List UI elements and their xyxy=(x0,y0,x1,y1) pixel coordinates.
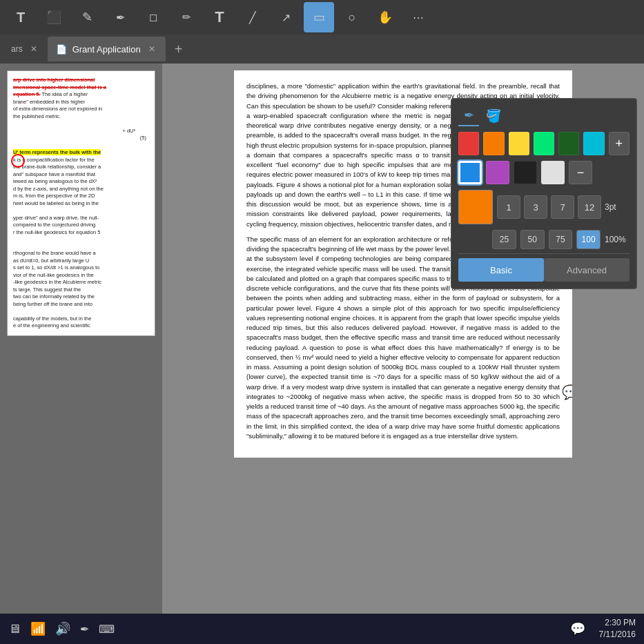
image-tool-btn[interactable]: ⬛ xyxy=(39,2,69,32)
tab-current-close[interactable]: ✕ xyxy=(146,43,157,55)
tab-bar: ars ✕ 📄 Grant Application ✕ + xyxy=(0,35,644,64)
edit-tool-btn[interactable]: ✎ xyxy=(72,2,102,32)
cp-opacity-75[interactable]: 75 xyxy=(549,230,573,249)
color-swatch-green[interactable] xyxy=(534,132,554,155)
cp-opacity-row: 25 50 75 100 100% xyxy=(458,230,630,249)
tab-current-label: Grant Application xyxy=(72,44,141,55)
color-swatch-cyan[interactable] xyxy=(583,132,604,155)
tab-doc-icon: 📄 xyxy=(56,44,67,55)
color-swatch-darkgreen[interactable] xyxy=(558,132,579,155)
edit-tool-icon: ✎ xyxy=(82,10,92,25)
line-tool-btn[interactable]: ╱ xyxy=(237,2,268,32)
page-circle-annotation xyxy=(11,154,25,168)
color-swatch-white[interactable] xyxy=(541,161,565,184)
page-thumb-left: arp drive into higher dimensional imensi… xyxy=(7,70,155,336)
circle-tool-btn[interactable]: ○ xyxy=(337,2,367,32)
more-tool-icon: ⋯ xyxy=(413,11,424,24)
cp-minus-btn[interactable]: − xyxy=(569,161,592,184)
sound-icon[interactable]: 🔊 xyxy=(55,621,70,636)
wifi-icon[interactable]: 📶 xyxy=(30,621,46,636)
cp-opacity-50[interactable]: 50 xyxy=(520,230,545,249)
page-thumb-content-2: rthogonal to the brane would have a as d… xyxy=(13,250,149,330)
rect-tool-icon: ▭ xyxy=(313,10,325,25)
circle-tool-icon: ○ xyxy=(349,10,356,25)
pen-tool-btn[interactable]: ✒ xyxy=(105,2,135,32)
cp-fill-icon[interactable]: 🪣 xyxy=(483,106,504,126)
pen-tool-icon: ✒ xyxy=(116,11,125,24)
tab-other[interactable]: ars ✕ xyxy=(3,37,48,61)
tab-add-btn[interactable]: + xyxy=(168,39,189,59)
text-tool-icon: T xyxy=(17,10,25,26)
eraser-tool-btn[interactable]: ◻ xyxy=(138,2,168,32)
monitor-icon[interactable]: 🖥 xyxy=(8,622,21,636)
taskbar-time: 2:30 PM xyxy=(605,617,636,629)
cp-pen-icon[interactable]: ✒ xyxy=(458,106,479,126)
big-text-tool-icon: T xyxy=(215,8,224,26)
cp-size-12[interactable]: 12 xyxy=(578,195,601,219)
pen-taskbar-icon[interactable]: ✒ xyxy=(80,623,89,636)
color-swatch-purple[interactable] xyxy=(486,161,509,184)
color-swatch-blue[interactable] xyxy=(458,161,482,184)
keyboard-icon[interactable]: ⌨ xyxy=(99,623,115,636)
main-area: arp drive into higher dimensional imensi… xyxy=(0,64,644,614)
cp-sizes-group: 1 3 7 12 3pt xyxy=(497,195,616,219)
left-panel: arp drive into higher dimensional imensi… xyxy=(0,64,162,614)
color-swatch-red[interactable] xyxy=(458,132,479,155)
cp-opacity-100[interactable]: 100 xyxy=(576,230,601,249)
taskbar-right-group: 💬 2:30 PM 7/11/2016 xyxy=(570,617,636,641)
text-tool-btn[interactable]: T xyxy=(6,2,36,32)
cp-tab-basic[interactable]: Basic xyxy=(458,258,544,282)
page-thumb-content: arp drive into higher dimensional imensi… xyxy=(13,77,149,236)
color-swatch-yellow[interactable] xyxy=(509,132,529,155)
cp-swatches-row1: + xyxy=(458,132,630,155)
arrow-tool-icon: ↗ xyxy=(282,11,291,24)
highlight-tool-btn[interactable]: ✏ xyxy=(171,2,202,32)
color-swatch-orange[interactable] xyxy=(483,132,504,155)
cp-swatches-row2: − xyxy=(458,161,630,184)
rect-tool-btn[interactable]: ▭ xyxy=(304,2,334,32)
cp-size-3[interactable]: 3 xyxy=(524,195,547,219)
color-picker-popup: ✒ 🪣 + − 1 3 7 12 xyxy=(451,98,637,289)
cp-mode-tabs: Basic Advanced xyxy=(458,258,630,282)
eraser-tool-icon: ◻ xyxy=(149,11,157,23)
tab-other-close[interactable]: ✕ xyxy=(28,43,39,55)
comment-icon[interactable]: 💬 xyxy=(562,382,572,402)
taskbar-clock: 2:30 PM 7/11/2016 xyxy=(599,617,636,641)
highlight-tool-icon: ✏ xyxy=(182,11,191,23)
taskbar: 🖥 📶 🔊 ✒ ⌨ 💬 2:30 PM 7/11/2016 xyxy=(0,614,644,644)
arrow-tool-btn[interactable]: ↗ xyxy=(271,2,301,32)
cp-size-1[interactable]: 1 xyxy=(497,195,520,219)
hand-tool-icon: ✋ xyxy=(378,10,393,25)
tab-current[interactable]: 📄 Grant Application ✕ xyxy=(48,37,166,61)
tab-other-label: ars xyxy=(11,44,23,54)
cp-current-size-row: 1 3 7 12 3pt xyxy=(458,190,630,224)
hand-tool-btn[interactable]: ✋ xyxy=(370,2,400,32)
color-swatch-black[interactable] xyxy=(514,161,537,184)
image-tool-icon: ⬛ xyxy=(46,10,61,25)
cp-tab-advanced[interactable]: Advanced xyxy=(544,258,630,282)
notification-icon[interactable]: 💬 xyxy=(570,621,585,636)
cp-plus-btn[interactable]: + xyxy=(609,132,630,155)
cp-current-color-swatch[interactable] xyxy=(458,190,493,224)
more-tool-btn[interactable]: ⋯ xyxy=(403,2,433,32)
cp-size-7[interactable]: 7 xyxy=(551,195,574,219)
cp-opacity-25[interactable]: 25 xyxy=(492,230,516,249)
taskbar-left: 🖥 📶 🔊 ✒ ⌨ xyxy=(8,621,115,636)
big-text-tool-btn[interactable]: T xyxy=(204,2,235,32)
cp-divider xyxy=(458,253,630,254)
top-toolbar: T ⬛ ✎ ✒ ◻ ✏ T ╱ ↗ ▭ ○ ✋ ⋯ xyxy=(0,0,644,35)
cp-opacity-unit-label: 100% xyxy=(605,235,630,244)
cp-tool-row: ✒ 🪣 xyxy=(458,106,630,126)
line-tool-icon: ╱ xyxy=(249,11,256,24)
cp-size-unit-label: 3pt xyxy=(605,202,616,212)
taskbar-date: 7/11/2016 xyxy=(599,629,636,641)
